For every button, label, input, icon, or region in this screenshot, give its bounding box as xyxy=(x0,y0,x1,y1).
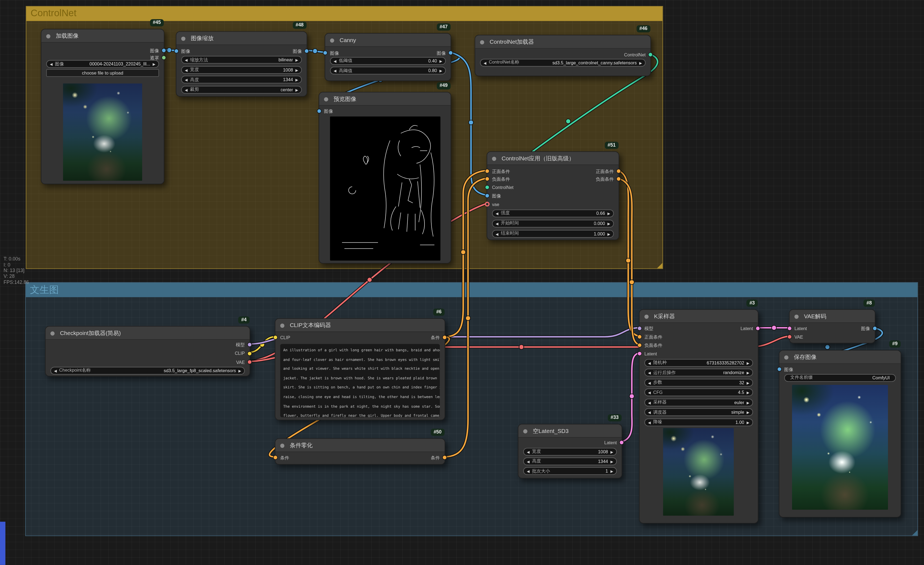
widget-图像[interactable]: ◀图像00004-20241103_220245_Ill...▶ xyxy=(46,60,159,68)
collapse-dot-icon[interactable] xyxy=(324,97,328,101)
widget-ControlNet名称[interactable]: ◀ControlNet名称sd3.5_large_controlnet_cann… xyxy=(480,59,645,66)
node-title[interactable]: Canny xyxy=(325,33,451,47)
node-conditioning-zero-out[interactable]: #50条件零化条件条件 xyxy=(275,438,446,464)
increment-arrow-icon[interactable]: ▶ xyxy=(610,469,613,473)
input-port-图像[interactable] xyxy=(174,49,179,53)
decrement-arrow-icon[interactable]: ◀ xyxy=(333,69,336,73)
node-empty-latent-sd3[interactable]: #33空Latent_SD3Latent◀宽度1008▶◀高度1344▶◀批次大… xyxy=(518,424,622,479)
output-port-模型[interactable] xyxy=(247,342,252,347)
increment-arrow-icon[interactable]: ▶ xyxy=(610,449,613,454)
node-title[interactable]: ControlNet加载器 xyxy=(476,36,651,49)
node-apply-controlnet[interactable]: #51ControlNet应用（旧版高级）正面条件负面条件ControlNet图… xyxy=(487,151,619,240)
node-checkpoint-loader[interactable]: #4Checkpoint加载器(简易)模型CLIPVAE◀Checkpoint名… xyxy=(45,326,250,376)
decrement-arrow-icon[interactable]: ◀ xyxy=(648,361,651,365)
prompt-textarea[interactable]: An illustration of a girl with long gree… xyxy=(280,344,440,417)
widget-Checkpoint名称[interactable]: ◀Checkpoint名称sd3.5_large_fp8_scaled.safe… xyxy=(50,367,244,374)
input-port-CLIP[interactable] xyxy=(273,335,278,340)
node-controlnet-loader[interactable]: #46ControlNet加载器ControlNet◀ControlNet名称s… xyxy=(474,35,651,77)
reroute-dot[interactable] xyxy=(167,48,171,53)
widget-文件名前缀[interactable]: 文件名前缀ComfyUI xyxy=(784,374,896,382)
node-clip-text-encode[interactable]: #6CLIP文本编码器CLIP条件An illustration of a gi… xyxy=(275,318,446,420)
node-graph-canvas[interactable]: T: 0.00sI: 0N: 13 [13]V: 28FPS:142.86 Co… xyxy=(0,0,924,565)
collapse-dot-icon[interactable] xyxy=(46,34,50,38)
output-port-ControlNet[interactable] xyxy=(648,52,652,57)
widget-随机种[interactable]: ◀随机种673163335282702▶ xyxy=(644,359,753,367)
decrement-arrow-icon[interactable]: ◀ xyxy=(527,469,530,473)
collapse-dot-icon[interactable] xyxy=(784,355,789,359)
decrement-arrow-icon[interactable]: ◀ xyxy=(648,380,651,385)
input-port-Latent[interactable] xyxy=(637,351,642,356)
reroute-dot[interactable] xyxy=(367,277,372,282)
collapse-dot-icon[interactable] xyxy=(50,331,54,335)
output-port-Latent[interactable] xyxy=(619,440,624,445)
node-title[interactable]: 预览图像 xyxy=(319,92,451,106)
widget-采样器[interactable]: ◀采样器euler▶ xyxy=(644,398,753,406)
collapse-dot-icon[interactable] xyxy=(795,314,799,319)
decrement-arrow-icon[interactable]: ◀ xyxy=(496,211,498,215)
node-title[interactable]: Checkpoint加载器(简易) xyxy=(46,326,250,340)
node-preview-image[interactable]: #49预览图像图像 xyxy=(319,92,451,263)
input-port-条件[interactable] xyxy=(273,455,278,460)
collapse-dot-icon[interactable] xyxy=(330,38,334,42)
node-title[interactable]: ControlNet应用（旧版高级） xyxy=(487,152,619,165)
collapse-dot-icon[interactable] xyxy=(644,314,648,319)
output-port-图像[interactable] xyxy=(161,48,166,53)
widget-高度[interactable]: ◀高度1344▶ xyxy=(523,457,616,465)
reroute-dot[interactable] xyxy=(469,120,473,125)
widget-高度[interactable]: ◀高度1344▶ xyxy=(181,76,302,83)
input-port-图像[interactable] xyxy=(323,50,327,55)
decrement-arrow-icon[interactable]: ◀ xyxy=(496,231,498,236)
output-port-正面条件[interactable] xyxy=(616,168,621,173)
widget-缩放方法[interactable]: ◀缩放方法bilinear▶ xyxy=(181,56,302,63)
input-port-负面条件[interactable] xyxy=(484,177,489,181)
increment-arrow-icon[interactable]: ▶ xyxy=(296,68,298,72)
output-port-条件[interactable] xyxy=(442,335,447,340)
decrement-arrow-icon[interactable]: ◀ xyxy=(648,410,651,414)
widget-低阈值[interactable]: ◀低阈值0.40▶ xyxy=(330,57,446,65)
decrement-arrow-icon[interactable]: ◀ xyxy=(185,68,188,72)
output-port-Latent[interactable] xyxy=(756,326,760,331)
increment-arrow-icon[interactable]: ▶ xyxy=(440,69,442,73)
collapse-dot-icon[interactable] xyxy=(523,429,527,433)
decrement-arrow-icon[interactable]: ◀ xyxy=(484,60,486,65)
input-port-vae[interactable] xyxy=(484,201,489,206)
increment-arrow-icon[interactable]: ▶ xyxy=(153,62,155,66)
collapse-dot-icon[interactable] xyxy=(492,156,496,161)
reroute-dot[interactable] xyxy=(313,49,317,53)
widget-运行后操作[interactable]: ◀运行后操作randomize▶ xyxy=(644,368,753,376)
node-canny[interactable]: #47Canny图像图像◀低阈值0.40▶◀高阈值0.80▶ xyxy=(325,33,452,81)
increment-arrow-icon[interactable]: ▶ xyxy=(238,368,241,373)
reroute-dot[interactable] xyxy=(566,119,570,123)
reroute-dot[interactable] xyxy=(461,250,465,254)
collapse-dot-icon[interactable] xyxy=(280,323,284,328)
input-port-Latent[interactable] xyxy=(787,326,792,331)
node-vae-decode[interactable]: #8VAE解码LatentVAE图像 xyxy=(789,309,875,343)
input-port-正面条件[interactable] xyxy=(637,335,642,339)
output-port-VAE[interactable] xyxy=(247,359,252,364)
node-title[interactable]: 条件零化 xyxy=(276,439,444,452)
output-port-图像[interactable] xyxy=(304,49,309,53)
increment-arrow-icon[interactable]: ▶ xyxy=(747,390,749,394)
increment-arrow-icon[interactable]: ▶ xyxy=(747,380,749,385)
widget-宽度[interactable]: ◀宽度1008▶ xyxy=(181,66,302,74)
node-title[interactable]: CLIP文本编码器 xyxy=(276,319,444,332)
input-port-VAE[interactable] xyxy=(787,335,792,339)
node-image-scale[interactable]: #48图像缩放图像图像◀缩放方法bilinear▶◀宽度1008▶◀高度1344… xyxy=(176,31,307,96)
increment-arrow-icon[interactable]: ▶ xyxy=(296,87,298,92)
output-port-CLIP[interactable] xyxy=(247,351,252,356)
widget-步数[interactable]: ◀步数32▶ xyxy=(644,379,753,386)
node-title[interactable]: VAE解码 xyxy=(790,310,875,323)
node-title[interactable]: 空Latent_SD3 xyxy=(519,424,622,438)
widget-强度[interactable]: ◀强度0.66▶ xyxy=(492,209,614,217)
increment-arrow-icon[interactable]: ▶ xyxy=(296,78,298,82)
input-port-正面条件[interactable] xyxy=(484,168,489,173)
increment-arrow-icon[interactable]: ▶ xyxy=(296,58,298,62)
node-title[interactable]: 保存图像 xyxy=(779,351,901,364)
decrement-arrow-icon[interactable]: ◀ xyxy=(648,390,651,394)
input-port-图像[interactable] xyxy=(777,367,782,372)
decrement-arrow-icon[interactable]: ◀ xyxy=(648,400,651,404)
node-title[interactable]: 图像缩放 xyxy=(177,32,307,45)
node-load-image[interactable]: #45加载图像图像遮罩◀图像00004-20241103_220245_Ill.… xyxy=(41,29,164,184)
reroute-dot[interactable] xyxy=(466,316,470,320)
decrement-arrow-icon[interactable]: ◀ xyxy=(54,368,57,373)
